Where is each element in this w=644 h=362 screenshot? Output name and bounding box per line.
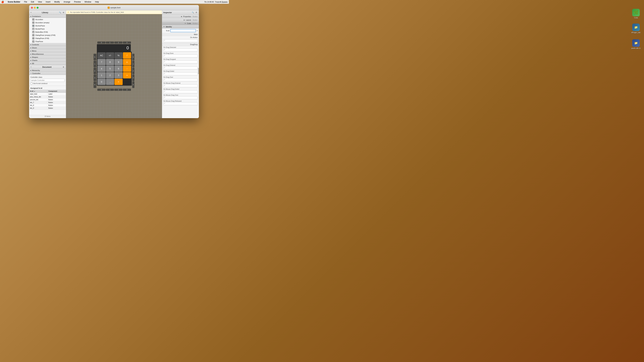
fxid-cell-0: label_field [29, 93, 48, 95]
charts-section-header[interactable]: ▶ Charts [29, 59, 66, 62]
event-input-5[interactable] [163, 78, 198, 81]
event-label-7: On Mouse Drag Exited [163, 88, 198, 90]
left-panel-scrollbar[interactable] [198, 68, 199, 74]
close-button[interactable] [31, 7, 33, 9]
menubar-scene-builder[interactable]: Scene Builder [7, 0, 21, 3]
calc-btn-minus[interactable]: - [123, 65, 131, 72]
table-row[interactable]: plus_minus_btn Button [29, 95, 66, 98]
col-num-2: 2 [114, 41, 122, 44]
warning-bar: ⚠ No injectable field found in FXML Cont… [66, 10, 162, 14]
shapes-section-header[interactable]: ▶ Shapes [29, 56, 66, 59]
event-input-1[interactable] [163, 54, 198, 57]
library-collapse-arrow[interactable]: ▼ [30, 12, 32, 13]
on-action-input-wrapper: # [163, 39, 198, 42]
menubar-modify[interactable]: Modify [54, 0, 60, 3]
menubar-window[interactable]: Window [84, 0, 92, 3]
library-item-flowpane[interactable]: ⊞ FlowPane [29, 40, 66, 43]
event-input-4[interactable] [163, 72, 198, 75]
event-input-wrapper-2: # [163, 60, 198, 63]
document-collapse-arrow[interactable]: ▼ [30, 66, 32, 68]
right-panel: Inspector 🔍 ⚙ ▶ Properties : Button [162, 10, 199, 118]
table-row[interactable]: btn_9 Button [29, 107, 66, 110]
inspector-settings-button[interactable]: ⚙ [195, 11, 198, 14]
maximize-button[interactable] [37, 7, 38, 9]
event-input-2[interactable] [163, 60, 198, 63]
3d-section-header[interactable]: ▶ 3D [29, 62, 66, 65]
table-row[interactable]: label_field Label [29, 93, 66, 95]
calc-btn-multiply[interactable]: x [123, 59, 131, 65]
calc-btn-ac[interactable]: AC [98, 52, 106, 59]
fxid-dropdown-arrow[interactable]: ▾ [197, 30, 198, 31]
library-item-anchorpane[interactable]: ⚓ AnchorPane [29, 24, 66, 27]
library-search-button[interactable]: 🔍 [58, 11, 62, 14]
component-cell-0: Label [48, 93, 66, 95]
misc-section-header[interactable]: ▶ Miscellaneous [29, 52, 66, 56]
controls-section-header[interactable]: ▶ Controls [29, 43, 66, 46]
menubar-help[interactable]: Help [94, 0, 100, 3]
document-add-button[interactable]: ⊕ [62, 66, 64, 68]
calc-btn-0[interactable]: 0 [98, 79, 106, 85]
event-input-8[interactable] [163, 96, 198, 99]
inspector-search-button[interactable]: 🔍 [191, 11, 194, 14]
library-item-buttonbar[interactable]: ▬ ButtonBar (FX8) [29, 30, 66, 34]
row-num-3: 3- [94, 74, 96, 81]
library-expand-button[interactable]: ⊕ [62, 11, 64, 14]
calc-btn-1[interactable]: 1 [98, 72, 106, 78]
calc-btn-7[interactable]: 7 [98, 59, 106, 65]
event-hash-0: # [164, 49, 165, 51]
calc-btn-4[interactable]: 4 [98, 65, 106, 72]
calc-btn-plus[interactable]: + [123, 72, 131, 78]
calc-btn-5[interactable]: 5 [106, 65, 114, 72]
event-input-9[interactable] [163, 102, 198, 105]
event-input-7[interactable] [163, 90, 198, 93]
library-item-dialogpane-empty[interactable]: ▭ DialogPane (empty) (FX8) [29, 34, 66, 37]
controller-class-input[interactable] [30, 79, 64, 82]
calc-btn-2[interactable]: 2 [106, 72, 114, 78]
calc-btn-divide[interactable]: / [123, 52, 131, 59]
menubar-edit[interactable]: Edit [30, 0, 35, 3]
hierarchy-subsection[interactable]: ▶ Hierarchy [29, 69, 66, 72]
table-row[interactable]: percent_btn Button [29, 98, 66, 101]
minimize-button[interactable] [34, 7, 36, 9]
calc-btn-9[interactable]: 9 [114, 59, 123, 65]
library-item-accordion[interactable]: ≡ Accordion [29, 18, 66, 21]
traffic-lights [31, 7, 38, 9]
table-row[interactable]: btn_7 Button [29, 101, 66, 104]
fxroot-checkbox[interactable] [30, 82, 32, 84]
canvas-area[interactable]: 0 1 2 3 0- 1- 2- 3- [66, 14, 162, 118]
menubar-file[interactable]: File [24, 0, 28, 3]
fxid-column-header[interactable]: fx:id ▲ [29, 90, 48, 92]
library-item-borderpane[interactable]: ▦ BorderPane [29, 27, 66, 30]
calc-btn-equals[interactable]: = [114, 79, 123, 85]
menu-section-header[interactable]: ▶ Menu [29, 49, 66, 52]
on-action-input[interactable] [163, 39, 198, 42]
library-item-dialogpane[interactable]: ▭ DialogPane (FX8) [29, 37, 66, 40]
table-row[interactable]: btn_8 Button [29, 104, 66, 107]
code-section[interactable]: ▼ Code : Button [162, 22, 199, 25]
library-item-accordion-empty[interactable]: ≡ Accordion (empty) [29, 21, 66, 24]
event-input-0[interactable] [163, 48, 198, 51]
calc-btn-plusminus[interactable]: +/- [106, 52, 114, 59]
menubar-insert[interactable]: Insert [45, 0, 51, 3]
controller-subsection[interactable]: ▼ Controller [29, 72, 66, 75]
component-column-header[interactable]: Component [48, 90, 66, 92]
event-input-3[interactable] [163, 66, 198, 69]
apple-menu[interactable]: 🍎 [1, 1, 4, 3]
calc-btn-comma[interactable]: , [106, 79, 114, 85]
containers-section-header[interactable]: ▶ Containers [29, 15, 66, 18]
event-input-6[interactable] [163, 84, 198, 87]
menubar-preview[interactable]: Preview [74, 0, 82, 3]
menubar-view[interactable]: View [37, 0, 42, 3]
fxid-input[interactable] [170, 29, 196, 32]
gluon-section-header[interactable]: ▶ Gluon [29, 46, 66, 49]
calc-btn-6[interactable]: 6 [114, 65, 123, 72]
menubar-arrange[interactable]: Arrange [63, 0, 71, 3]
col-num-bottom-1: 1 [106, 89, 114, 91]
layout-section[interactable]: ▶ Layout : Button [162, 18, 199, 22]
identity-header[interactable]: ▼ Identity [162, 25, 199, 28]
calc-btn-3[interactable]: 3 [114, 72, 123, 78]
calc-btn-percent[interactable]: % [114, 52, 123, 59]
properties-section[interactable]: ▶ Properties : Button [162, 15, 199, 18]
col-num-0: 0 [97, 41, 106, 44]
calc-btn-8[interactable]: 8 [106, 59, 114, 65]
